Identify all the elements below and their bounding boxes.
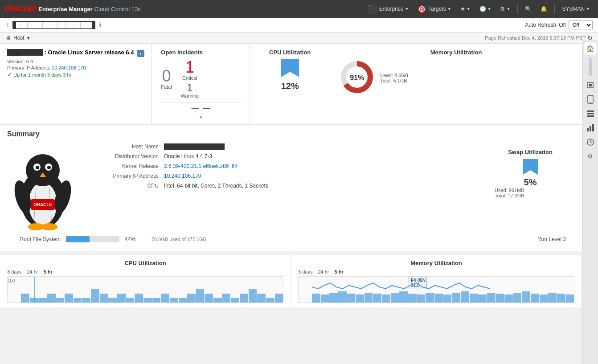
em-subtitle: Cloud Control 13c bbox=[94, 6, 141, 12]
svg-rect-21 bbox=[589, 84, 592, 86]
cpu-bar bbox=[30, 298, 38, 303]
cpu-bar bbox=[222, 294, 231, 303]
memory-tab-5hr[interactable]: 5 hr bbox=[335, 269, 344, 274]
host-menu-bar: 🖥 Host ▼ Page Refreshed Dec 4, 2015 6:37… bbox=[0, 33, 598, 44]
cpu-bar bbox=[108, 298, 117, 303]
dash-icon-1[interactable]: — bbox=[192, 104, 199, 112]
history-arrow: ▼ bbox=[487, 7, 492, 11]
bell-icon: 🔔 bbox=[541, 6, 547, 12]
page-body: ███ : Oracle Linux Server release 6.4 🐧 … bbox=[0, 44, 598, 307]
settings-nav-item[interactable]: ⚙ ▼ bbox=[496, 4, 514, 14]
summary-title: Summary bbox=[7, 130, 575, 138]
swap-used-value: 961MB bbox=[509, 188, 524, 193]
memory-chart-area: Fri 05h 91.8 bbox=[298, 276, 574, 303]
memory-tab-3days[interactable]: 3 days bbox=[298, 269, 312, 274]
svg-marker-0 bbox=[281, 59, 299, 77]
ip-value[interactable]: 10.240.106.170 bbox=[52, 65, 86, 70]
svg-line-32 bbox=[590, 142, 592, 143]
history-nav-item[interactable]: 🕐 ▼ bbox=[476, 4, 495, 14]
page-refreshed-label: Page Refreshed Dec 4, 2015 6:37:13 PM PS… bbox=[485, 35, 586, 41]
settings-icon: ⚙ bbox=[500, 6, 505, 12]
cpu-bar bbox=[240, 294, 248, 303]
auto-refresh-dropdown[interactable]: Off 30s 1min bbox=[569, 20, 593, 29]
bell-nav-item[interactable]: 🔔 bbox=[537, 4, 551, 14]
memory-tab-24hr[interactable]: 24 hr bbox=[318, 269, 329, 274]
hostname-detail-value: ████████████████ bbox=[164, 143, 225, 150]
swap-used-line: Used: 961MB bbox=[495, 188, 566, 193]
host-menu-button[interactable]: Host bbox=[13, 35, 25, 41]
memory-panel-title: Memory Utilization bbox=[339, 49, 573, 56]
up-arrow-icon[interactable]: ↑ bbox=[5, 21, 9, 29]
enterprise-arrow: ▼ bbox=[405, 7, 409, 11]
fatal-count: 0 Fatal bbox=[161, 68, 172, 90]
host-title-suffix: : Oracle Linux Server release 6.4 bbox=[45, 49, 134, 56]
memory-line-svg bbox=[312, 277, 572, 303]
enterprise-nav-item[interactable]: ⬛ Enterprise ▼ bbox=[364, 2, 413, 16]
sidebar-home-button[interactable]: 🏠 bbox=[584, 42, 597, 55]
memory-utilization-panel: Memory Utilization 91% Used: 4.6GB bbox=[330, 44, 582, 124]
memory-total-line: Total: 5.1GB bbox=[380, 78, 408, 83]
metrics-row: ███ : Oracle Linux Server release 6.4 🐧 … bbox=[0, 44, 582, 125]
nav-dots[interactable]: ▲ bbox=[161, 114, 241, 119]
incidents-title: Open Incidents bbox=[161, 49, 241, 56]
critical-label: Critical bbox=[181, 75, 199, 81]
nav-divider-1 bbox=[517, 4, 518, 13]
swap-bookmark-icon bbox=[521, 159, 539, 176]
sidebar-scrollbar[interactable] bbox=[589, 58, 592, 76]
content-area: ███ : Oracle Linux Server release 6.4 🐧 … bbox=[0, 44, 582, 307]
svg-rect-25 bbox=[587, 113, 594, 115]
cpu-detail: CPU Intel, 64-bit bit, Cores, 2 Threads,… bbox=[87, 183, 477, 189]
enterprise-label: Enterprise bbox=[379, 6, 404, 12]
cpu-detail-label: CPU bbox=[87, 183, 159, 189]
targets-nav-item[interactable]: 🎯 Targets ▼ bbox=[414, 3, 455, 15]
swap-panel-title: Swap Utilization bbox=[495, 149, 566, 155]
top-navigation: ORACLE® Enterprise Manager Cloud Control… bbox=[0, 0, 598, 18]
run-level: Run Level 3 bbox=[537, 236, 575, 242]
swap-percent: 5% bbox=[495, 177, 566, 188]
cpu-bar bbox=[257, 294, 266, 303]
swap-info: Used: 961MB Total: 17.2GB bbox=[495, 188, 566, 198]
cpu-bar bbox=[135, 294, 143, 303]
svg-rect-29 bbox=[592, 124, 594, 131]
warning-label: Warning bbox=[181, 93, 199, 98]
swap-used-label: Used: bbox=[495, 188, 508, 193]
cpu-bar bbox=[275, 294, 283, 303]
cpu-tab-5hr[interactable]: 5 hr bbox=[44, 269, 53, 274]
host-dropdown-arrow[interactable]: ▼ bbox=[26, 36, 31, 41]
sidebar-clock-button[interactable] bbox=[584, 135, 597, 149]
cpu-bar bbox=[65, 294, 73, 303]
sidebar-menu-button[interactable] bbox=[584, 107, 597, 120]
user-arrow: ▼ bbox=[586, 7, 590, 11]
ip-label: Primary IP Address: bbox=[7, 65, 50, 70]
user-nav-item[interactable]: SYSMAN ▼ bbox=[558, 4, 594, 14]
dash-icon-2[interactable]: — bbox=[203, 104, 210, 112]
sidebar-phone-button[interactable] bbox=[584, 93, 597, 106]
cpu-bar bbox=[21, 294, 29, 303]
cpu-percent: 12% bbox=[281, 81, 299, 91]
uptime-status: ✓ Up for 1 month 3 days 3 hr bbox=[7, 71, 144, 78]
cpu-bar bbox=[143, 298, 152, 303]
memory-used-value: 4.6GB bbox=[394, 73, 408, 78]
sidebar-cpu-button[interactable] bbox=[584, 78, 597, 92]
info-icon[interactable]: ℹ bbox=[99, 21, 101, 29]
cpu-tab-24hr[interactable]: 24 hr bbox=[27, 269, 38, 274]
cpu-bar bbox=[100, 294, 108, 303]
svg-rect-24 bbox=[587, 110, 594, 112]
svg-rect-26 bbox=[587, 115, 594, 117]
favorites-nav-item[interactable]: ★ ▼ bbox=[457, 4, 474, 14]
sidebar-barchart-button[interactable] bbox=[584, 121, 597, 135]
svg-rect-27 bbox=[587, 128, 589, 131]
cpu-bar bbox=[249, 289, 257, 303]
cpu-bar bbox=[117, 294, 126, 303]
cpu-tab-3days[interactable]: 3 days bbox=[7, 269, 21, 274]
cpu-bar bbox=[213, 298, 222, 303]
warning-number: 1 bbox=[181, 82, 199, 93]
svg-marker-19 bbox=[523, 159, 538, 175]
svg-point-8 bbox=[36, 166, 39, 169]
critical-number: 1 bbox=[181, 59, 199, 75]
summary-details: Host Name ████████████████ Distributor V… bbox=[87, 143, 477, 233]
version-line: Version: 6.4 bbox=[7, 59, 144, 64]
distributor-detail-label: Distributor Version bbox=[87, 153, 159, 160]
sidebar-gear-button[interactable]: ⚙ bbox=[584, 150, 597, 163]
search-nav-item[interactable]: 🔍 bbox=[521, 4, 535, 14]
